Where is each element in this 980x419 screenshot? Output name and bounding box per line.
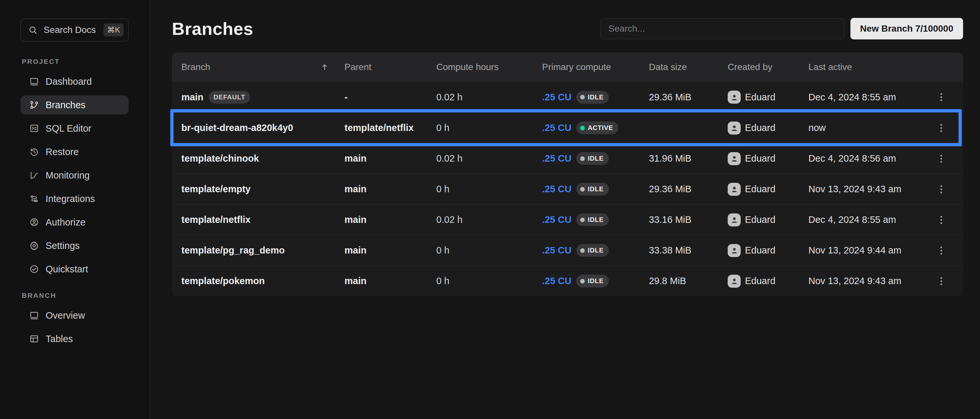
main-content: Branches New Branch 7/100000 BranchParen… — [150, 0, 980, 419]
table-row[interactable]: template/pg_rag_demo main 0 h .25 CU IDL… — [172, 235, 963, 266]
branches-search-input[interactable] — [600, 18, 845, 39]
sidebar-item-overview[interactable]: Overview — [21, 306, 129, 325]
compute-size: .25 CU — [542, 214, 571, 225]
last-active-cell: Dec 4, 2024 8:55 am — [808, 214, 919, 225]
compute-size: .25 CU — [542, 245, 571, 256]
created-by-name: Eduard — [745, 214, 776, 225]
table-row[interactable]: template/netflix main 0.02 h .25 CU IDLE… — [172, 204, 963, 235]
sidebar-item-authorize[interactable]: Authorize — [21, 213, 129, 232]
column-header-branch[interactable]: Branch — [181, 62, 344, 72]
new-branch-button[interactable]: New Branch 7/100000 — [850, 18, 963, 40]
last-active-cell: Dec 4, 2024 8:55 am — [808, 92, 919, 103]
page-header: Branches New Branch 7/100000 — [172, 18, 963, 40]
branch-name: template/chinook — [181, 153, 259, 164]
column-header-created-by[interactable]: Created by — [728, 62, 808, 72]
data-size-cell: 33.16 MiB — [649, 214, 728, 225]
parent-cell: main — [344, 153, 436, 164]
compute-hours-cell: 0 h — [436, 245, 542, 256]
table-row[interactable]: template/empty main 0 h .25 CU IDLE 29.3… — [172, 174, 963, 204]
sidebar-item-settings[interactable]: Settings — [21, 236, 129, 255]
compute-hours-cell: 0.02 h — [436, 214, 542, 225]
sort-asc-icon — [320, 63, 329, 71]
column-header-compute-hours[interactable]: Compute hours — [436, 62, 542, 72]
last-active-cell: Nov 13, 2024 9:44 am — [808, 245, 919, 256]
created-by-cell: Eduard — [728, 121, 808, 135]
sidebar-item-restore[interactable]: Restore — [21, 142, 129, 161]
sidebar-item-quickstart[interactable]: Quickstart — [21, 260, 129, 279]
avatar — [728, 152, 741, 165]
last-active-cell: Dec 4, 2024 8:56 am — [808, 153, 919, 164]
sidebar-item-dashboard[interactable]: Dashboard — [21, 72, 129, 91]
sidebar-section-title: PROJECT — [22, 58, 150, 65]
sidebar-item-monitoring[interactable]: Monitoring — [21, 166, 129, 185]
created-by-cell: Eduard — [728, 183, 808, 196]
status-badge: IDLE — [576, 213, 609, 226]
search-docs-shortcut: ⌘K — [103, 24, 124, 37]
sql-editor-icon — [29, 123, 39, 133]
parent-cell: main — [344, 245, 436, 256]
column-header-primary-compute[interactable]: Primary compute — [542, 62, 649, 72]
status-label: IDLE — [588, 185, 604, 193]
row-menu-button[interactable] — [934, 90, 948, 104]
status-badge: ACTIVE — [576, 121, 618, 134]
compute-hours-cell: 0.02 h — [436, 92, 542, 103]
table-row[interactable]: br-quiet-dream-a820k4y0 template/netflix… — [172, 112, 963, 143]
table-row[interactable]: main DEFAULT - 0.02 h .25 CU IDLE 29.36 … — [172, 82, 963, 112]
sidebar-item-label: Restore — [46, 147, 79, 158]
sidebar: Search Docs ⌘K PROJECT Dashboard Branche… — [0, 0, 150, 419]
sidebar-section-title: BRANCH — [22, 292, 150, 300]
table-row[interactable]: template/pokemon main 0 h .25 CU IDLE 29… — [172, 266, 963, 296]
compute-hours-cell: 0 h — [436, 123, 542, 133]
row-menu-button[interactable] — [934, 213, 948, 227]
sidebar-item-branches[interactable]: Branches — [21, 96, 129, 115]
compute-size: .25 CU — [542, 276, 571, 287]
column-header-last-active[interactable]: Last active — [808, 62, 919, 72]
sidebar-item-sql-editor[interactable]: SQL Editor — [21, 119, 129, 138]
status-label: ACTIVE — [588, 124, 613, 132]
sidebar-nav: PROJECT Dashboard Branches SQL Editor Re… — [0, 58, 150, 348]
page-title: Branches — [172, 19, 253, 39]
parent-cell: - — [344, 92, 436, 103]
row-menu-button[interactable] — [934, 182, 948, 196]
branches-table: BranchParentCompute hoursPrimary compute… — [172, 53, 963, 296]
row-menu-button[interactable] — [934, 244, 948, 258]
row-menu-button[interactable] — [934, 151, 948, 166]
created-by-cell: Eduard — [728, 91, 808, 104]
status-dot-icon — [580, 126, 585, 130]
tables-icon — [29, 334, 39, 344]
row-menu-button[interactable] — [934, 274, 948, 288]
compute-size: .25 CU — [542, 123, 571, 133]
primary-compute-cell: .25 CU IDLE — [542, 213, 649, 226]
parent-cell: template/netflix — [344, 123, 436, 133]
created-by-name: Eduard — [745, 123, 776, 133]
created-by-name: Eduard — [745, 184, 776, 194]
column-header-data-size[interactable]: Data size — [649, 62, 728, 72]
primary-compute-cell: .25 CU IDLE — [542, 183, 649, 196]
data-size-cell: 29.36 MiB — [649, 184, 728, 194]
overview-icon — [29, 311, 39, 320]
avatar — [728, 213, 741, 226]
default-badge: DEFAULT — [209, 91, 250, 104]
primary-compute-cell: .25 CU IDLE — [542, 91, 649, 104]
sidebar-item-tables[interactable]: Tables — [21, 330, 129, 348]
status-label: IDLE — [588, 216, 604, 223]
column-header-parent[interactable]: Parent — [344, 62, 436, 72]
compute-size: .25 CU — [542, 184, 571, 194]
created-by-name: Eduard — [745, 92, 776, 103]
sidebar-item-integrations[interactable]: Integrations — [21, 189, 129, 208]
row-menu-button[interactable] — [934, 121, 948, 135]
avatar — [728, 244, 741, 257]
table-row[interactable]: template/chinook main 0.02 h .25 CU IDLE… — [172, 143, 963, 174]
status-badge: IDLE — [576, 183, 609, 196]
compute-hours-cell: 0 h — [436, 276, 542, 287]
primary-compute-cell: .25 CU ACTIVE — [542, 121, 649, 134]
restore-icon — [29, 147, 39, 157]
sidebar-item-label: Authorize — [46, 217, 86, 228]
created-by-name: Eduard — [745, 153, 776, 164]
sidebar-item-label: Integrations — [46, 194, 95, 204]
sidebar-item-label: Branches — [46, 100, 86, 110]
branch-name: template/empty — [181, 184, 251, 194]
search-docs-button[interactable]: Search Docs ⌘K — [21, 19, 129, 41]
sidebar-item-label: Monitoring — [46, 170, 89, 181]
status-dot-icon — [580, 218, 585, 222]
